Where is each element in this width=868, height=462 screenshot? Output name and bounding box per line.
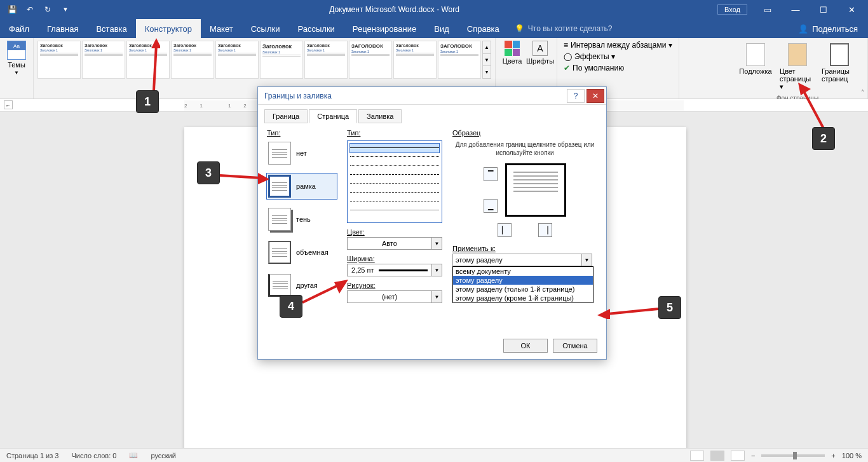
svg-marker-9: [597, 309, 610, 319]
type-3d-label: объемная: [296, 248, 329, 256]
style-listbox[interactable]: [347, 140, 442, 223]
word-count[interactable]: Число слов: 0: [71, 452, 116, 459]
redo-icon[interactable]: ↻: [42, 5, 53, 14]
save-icon[interactable]: 💾: [6, 5, 18, 14]
type-none[interactable]: нет: [267, 140, 337, 166]
border-right-toggle[interactable]: ▕: [538, 223, 552, 237]
apply-to-dropdown[interactable]: этому разделу ▼ всему документу этому ра…: [452, 254, 592, 266]
svg-line-2: [803, 90, 824, 128]
callout-4: 4: [280, 295, 302, 318]
tell-me-search[interactable]: 💡 Что вы хотите сделать?: [515, 24, 613, 33]
tab-selector[interactable]: ⌐: [4, 100, 13, 109]
tab-home[interactable]: Главная: [38, 19, 87, 38]
apply-to-label: Применить к:: [452, 245, 597, 252]
tab-design[interactable]: Конструктор: [136, 19, 201, 38]
style-gallery[interactable]: ЗаголовокЗаголовок 1 ЗаголовокЗаголовок …: [37, 41, 491, 79]
effects-button[interactable]: ◯Эффекты ▾: [561, 51, 675, 62]
style-item[interactable]: ЗаголовокЗаголовок 1: [393, 41, 437, 79]
tab-layout[interactable]: Макет: [201, 19, 242, 38]
art-value: (нет): [348, 293, 431, 301]
status-bar: Страница 1 из 3 Число слов: 0 📖 русский …: [0, 448, 868, 462]
width-dropdown[interactable]: 2,25 пт ▼: [347, 264, 442, 276]
style-item[interactable]: ЗаголовокЗаголовок 1: [82, 41, 125, 79]
colors-icon: [505, 41, 520, 56]
quick-access-toolbar: 💾 ↶ ↻ ▼: [0, 5, 71, 14]
gallery-scroll[interactable]: ▲ ▼ ▾: [482, 41, 491, 79]
apply-option[interactable]: этому разделу (только 1-й странице): [453, 285, 593, 294]
minimize-icon[interactable]: —: [783, 0, 808, 19]
svg-line-0: [154, 44, 156, 90]
apply-option[interactable]: этому разделу (кроме 1-й страницы): [453, 294, 593, 302]
border-left-toggle[interactable]: ▏: [498, 223, 512, 237]
tab-references[interactable]: Ссылки: [242, 19, 289, 38]
window-controls: Вход ▭ — ☐ ✕: [717, 0, 868, 19]
art-dropdown[interactable]: (нет) ▼: [347, 290, 442, 303]
color-dropdown[interactable]: Авто ▼: [347, 237, 442, 250]
tab-view[interactable]: Вид: [425, 19, 458, 38]
style-item[interactable]: ЗаголовокЗаголовок 1: [215, 41, 259, 79]
style-item[interactable]: ЗАГОЛОВОКЗаголовок 1: [438, 41, 481, 79]
tab-insert[interactable]: Вставка: [87, 19, 135, 38]
style-item[interactable]: ЗаголовокЗаголовок 1: [260, 41, 303, 79]
web-layout-icon[interactable]: [731, 451, 745, 461]
border-bottom-toggle[interactable]: ▁: [484, 199, 498, 213]
colors-button[interactable]: Цвета: [499, 41, 525, 65]
tab-mailings[interactable]: Рассылки: [288, 19, 343, 38]
themes-button[interactable]: Aa Темы ▼: [4, 41, 29, 76]
share-button[interactable]: 👤 Поделиться: [798, 24, 868, 34]
undo-icon[interactable]: ↶: [24, 5, 36, 14]
zoom-slider[interactable]: [761, 454, 825, 457]
type-box[interactable]: рамка: [267, 173, 337, 199]
login-button[interactable]: Вход: [717, 4, 747, 15]
tab-review[interactable]: Рецензирование: [344, 19, 425, 38]
apply-option[interactable]: всему документу: [453, 267, 593, 276]
close-icon[interactable]: ✕: [839, 0, 864, 19]
zoom-out-icon[interactable]: −: [751, 452, 755, 459]
style-item[interactable]: ЗаголовокЗаголовок 1: [171, 41, 214, 79]
read-mode-icon[interactable]: [690, 451, 704, 461]
cancel-button[interactable]: Отмена: [553, 339, 597, 353]
fonts-icon: A: [532, 41, 548, 56]
set-default-button[interactable]: ✔По умолчанию: [561, 62, 675, 74]
callout-5: 5: [658, 296, 681, 319]
dialog-tab-shading[interactable]: Заливка: [358, 109, 402, 123]
style-item[interactable]: ЗаголовокЗаголовок 1: [304, 41, 348, 79]
zoom-level[interactable]: 100 %: [842, 452, 862, 459]
type-3d[interactable]: объемная: [267, 240, 337, 265]
tab-file[interactable]: Файл: [0, 19, 38, 38]
dialog-close-icon[interactable]: ✕: [587, 89, 604, 103]
page-status[interactable]: Страница 1 из 3: [6, 452, 58, 459]
dialog-tab-border[interactable]: Граница: [264, 109, 308, 123]
apply-to-options: всему документу этому разделу этому разд…: [452, 266, 593, 303]
chevron-down-icon: ▼: [581, 254, 592, 266]
svg-marker-1: [151, 38, 160, 48]
callout-1: 1: [136, 90, 159, 113]
chevron-down-icon: ▼: [431, 238, 442, 249]
maximize-icon[interactable]: ☐: [811, 0, 836, 19]
tab-help[interactable]: Справка: [458, 19, 508, 38]
language-status[interactable]: русский: [151, 452, 175, 459]
type-shadow[interactable]: тень: [267, 207, 337, 232]
fonts-button[interactable]: A Шрифты: [527, 41, 553, 65]
dialog-help-icon[interactable]: ?: [567, 89, 585, 103]
svg-line-8: [607, 309, 658, 314]
ribbon-display-icon[interactable]: ▭: [755, 0, 780, 19]
qat-dropdown-icon[interactable]: ▼: [60, 6, 71, 13]
border-top-toggle[interactable]: ▔: [484, 167, 498, 181]
style-item[interactable]: ЗАГОЛОВОКЗаголовок 1: [349, 41, 392, 79]
zoom-in-icon[interactable]: +: [831, 452, 835, 459]
spellcheck-icon[interactable]: 📖: [129, 451, 138, 459]
type-box-label: рамка: [296, 182, 316, 190]
apply-option[interactable]: этому разделу: [453, 276, 593, 285]
fonts-label: Шрифты: [526, 57, 554, 65]
collapse-ribbon-icon[interactable]: ˄: [861, 89, 864, 96]
dialog-tab-page[interactable]: Страница: [309, 109, 357, 123]
border-style-column: Тип: Цвет: Авто ▼ Ширина:: [347, 129, 442, 306]
ok-button[interactable]: ОК: [503, 339, 548, 353]
print-layout-icon[interactable]: [710, 451, 724, 461]
paragraph-spacing-button[interactable]: ≡Интервал между абзацами ▾: [561, 39, 675, 51]
preview-page[interactable]: [505, 163, 566, 217]
watermark-button[interactable]: Подложка: [738, 43, 773, 91]
style-item[interactable]: ЗаголовокЗаголовок 1: [37, 41, 81, 79]
preview-column: Образец Для добавления границ щелкните о…: [452, 129, 597, 306]
